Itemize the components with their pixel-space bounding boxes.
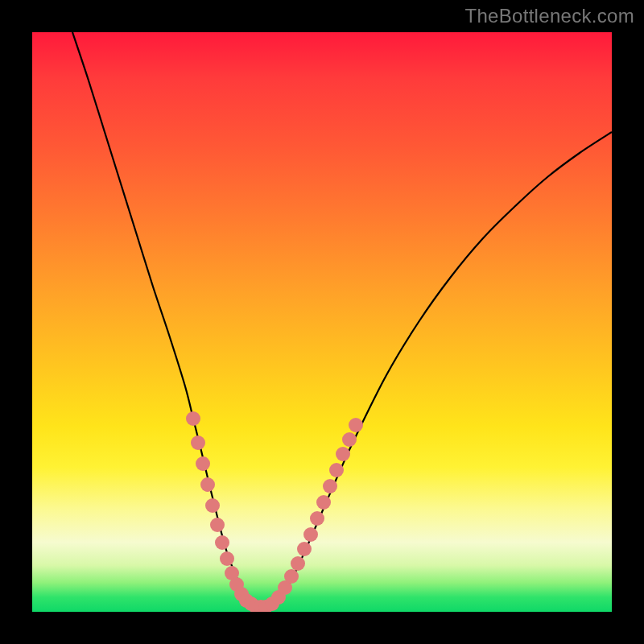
curve-marker xyxy=(329,463,344,477)
curve-marker xyxy=(215,535,229,550)
curve-marker xyxy=(200,477,215,492)
bottleneck-curve-path xyxy=(72,32,612,609)
curve-markers xyxy=(186,411,363,612)
curve-marker xyxy=(220,551,234,566)
curve-marker xyxy=(186,411,200,426)
plot-area xyxy=(32,32,612,612)
curve-marker xyxy=(196,456,210,471)
curve-marker xyxy=(316,495,331,510)
chart-frame: TheBottleneck.com xyxy=(0,0,644,644)
curve-marker xyxy=(303,527,318,542)
curve-marker xyxy=(349,418,363,432)
curve-marker xyxy=(342,432,357,447)
curve-marker xyxy=(284,569,299,584)
curve-marker xyxy=(323,479,337,493)
curve-marker xyxy=(191,436,205,450)
curve-marker xyxy=(336,447,350,461)
curve-marker xyxy=(205,498,220,513)
curve-marker xyxy=(310,511,324,526)
bottleneck-curve-svg xyxy=(32,32,612,612)
curve-marker xyxy=(297,542,312,556)
watermark-text: TheBottleneck.com xyxy=(464,5,634,27)
curve-marker xyxy=(210,518,225,532)
curve-marker xyxy=(291,556,305,571)
